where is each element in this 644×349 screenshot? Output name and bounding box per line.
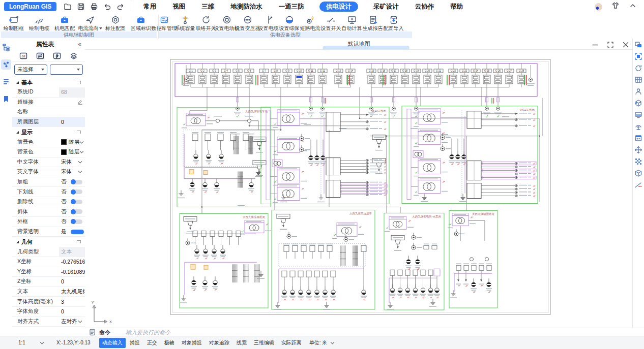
property-value[interactable]: 宋体: [59, 167, 85, 177]
property-value[interactable]: 宋体: [59, 157, 85, 167]
panel-collapse-button[interactable]: «: [78, 41, 81, 48]
menu-tab-7[interactable]: 采矿设计: [372, 2, 400, 12]
collapse-ribbon-icon[interactable]: [629, 2, 637, 12]
toggle-switch[interactable]: [71, 219, 82, 224]
ribbon-item-area[interactable]: 区域标识: [128, 14, 154, 31]
open-file-icon[interactable]: [64, 3, 72, 11]
ribbon-item-import[interactable]: 配置导入: [383, 14, 404, 31]
ribbon-item-short-circuit[interactable]: 短路电流: [300, 14, 320, 31]
ribbon-item-flow[interactable]: 电流流向: [77, 14, 103, 31]
status-button-9[interactable]: 实际距离: [278, 338, 305, 348]
color-swatch[interactable]: [61, 149, 67, 155]
ribbon-item-frame[interactable]: 绘制图框: [1, 14, 26, 31]
ribbon-item-match[interactable]: 机电匹配: [52, 14, 77, 31]
status-button-3[interactable]: 正交: [144, 338, 160, 348]
ribbon-item-tie-switch[interactable]: 联络开关: [195, 14, 216, 31]
panel-tab-bolt-filter-icon[interactable]: [53, 52, 61, 60]
ribbon-item-motor[interactable]: 设置电动机: [216, 14, 237, 31]
chevron-down-icon[interactable]: [78, 170, 82, 173]
property-value[interactable]: 0: [59, 307, 85, 316]
property-value[interactable]: [59, 107, 85, 117]
status-button-7[interactable]: 线宽: [233, 338, 250, 348]
chevron-down-icon[interactable]: [78, 320, 82, 323]
property-value[interactable]: 否: [59, 187, 85, 197]
ribbon-item-switch[interactable]: 设置开关: [320, 14, 341, 31]
color-swatch[interactable]: [61, 139, 67, 145]
menu-tab-6[interactable]: 供电设计: [319, 2, 358, 12]
section-header[interactable]: 几何: [12, 237, 85, 247]
panel-tab-layers-filter-icon[interactable]: [70, 52, 78, 60]
panel-tab-all-filter-icon[interactable]: all: [19, 52, 27, 60]
undo-icon[interactable]: [103, 3, 111, 11]
menu-tab-3[interactable]: 三维: [200, 2, 215, 12]
save-icon[interactable]: [77, 3, 85, 11]
right-strip-focus-icon[interactable]: [634, 52, 642, 60]
section-header[interactable]: 基本: [12, 77, 85, 87]
left-strip-tag-icon[interactable]: [1, 94, 11, 104]
status-button-5[interactable]: 对象捕捉: [179, 338, 205, 348]
menu-tab-4[interactable]: 地测防治水: [229, 2, 264, 12]
zoom-ratio[interactable]: 1:1: [18, 340, 25, 345]
ribbon-item-protection[interactable]: 设置综保: [279, 14, 300, 31]
theme-icon[interactable]: [611, 2, 620, 12]
property-value[interactable]: 3: [59, 297, 85, 306]
chevron-down-icon[interactable]: [79, 141, 84, 144]
property-value[interactable]: 0: [59, 277, 85, 287]
layer-dropdown[interactable]: [50, 65, 83, 75]
property-value[interactable]: 随层: [59, 147, 85, 157]
ribbon-item-set-cable[interactable]: 设置电缆: [258, 14, 279, 31]
right-strip-view-3d-icon[interactable]: [634, 99, 642, 107]
right-strip-rotate-icon[interactable]: [634, 64, 642, 72]
right-strip-slope-icon[interactable]: [634, 181, 642, 189]
right-strip-grid-map-icon[interactable]: [634, 76, 642, 84]
property-value[interactable]: [59, 98, 85, 107]
ribbon-item-report[interactable]: 生成报告: [362, 14, 383, 31]
panel-tab-match-filter-icon[interactable]: [36, 52, 44, 60]
app-logo[interactable]: LongRuan GIS: [4, 2, 56, 11]
property-value[interactable]: 随层: [59, 137, 85, 147]
right-strip-person-icon[interactable]: [634, 87, 642, 96]
redo-icon[interactable]: [116, 3, 125, 11]
ribbon-item-annotate[interactable]: 标注配置: [103, 14, 128, 31]
property-value[interactable]: 否: [59, 197, 85, 207]
property-value[interactable]: 0: [59, 117, 85, 127]
status-button-4[interactable]: 极轴: [161, 338, 178, 348]
status-button-2[interactable]: 捕捉: [127, 338, 143, 348]
menu-tab-2[interactable]: 视图: [171, 2, 186, 12]
dropdown-caret-icon[interactable]: [99, 27, 102, 29]
property-value[interactable]: 68: [59, 87, 85, 97]
avatar[interactable]: [595, 3, 602, 11]
right-strip-cube-icon[interactable]: [634, 169, 642, 177]
ribbon-item-database[interactable]: 数据库管理: [154, 14, 174, 31]
ribbon-item-auto-calc[interactable]: 自动计算: [341, 14, 362, 31]
menu-tab-5[interactable]: 一通三防: [278, 2, 305, 12]
chevron-down-icon[interactable]: [78, 161, 82, 164]
maximize-icon[interactable]: [606, 41, 614, 49]
ribbon-item-capacity[interactable]: 系统容量: [174, 14, 195, 31]
edit-link-icon[interactable]: [77, 99, 83, 105]
minimize-icon[interactable]: [591, 41, 599, 49]
property-value[interactable]: -0.2765169: [59, 257, 85, 267]
menu-tab-9[interactable]: 帮助: [449, 2, 464, 12]
status-button-1[interactable]: 动态输入: [99, 338, 126, 348]
left-strip-list-icon[interactable]: [1, 77, 11, 87]
property-value[interactable]: 否: [59, 207, 85, 217]
toggle-switch[interactable]: [71, 230, 84, 234]
chevron-down-icon[interactable]: [79, 150, 84, 153]
right-strip-calendar-icon[interactable]: [634, 134, 642, 142]
right-strip-move-icon[interactable]: [634, 146, 642, 154]
toggle-switch[interactable]: [71, 180, 82, 184]
selection-dropdown[interactable]: 未选择: [14, 65, 47, 75]
left-strip-tree-icon[interactable]: [1, 42, 11, 52]
property-value[interactable]: 否: [59, 217, 85, 227]
toggle-switch[interactable]: [71, 189, 82, 194]
menu-tab-8[interactable]: 云协作: [414, 2, 435, 12]
print-icon[interactable]: [90, 3, 98, 11]
right-strip-monitor-icon[interactable]: [634, 111, 642, 119]
property-value[interactable]: 否: [59, 177, 85, 187]
right-strip-texture-icon[interactable]: [634, 157, 642, 166]
section-header[interactable]: 显示: [12, 127, 85, 137]
property-value[interactable]: 太九机尾排:: [59, 287, 85, 297]
unit-label[interactable]: 单位: 米: [309, 339, 328, 346]
ribbon-item-cable[interactable]: 绘制电缆: [26, 14, 52, 31]
